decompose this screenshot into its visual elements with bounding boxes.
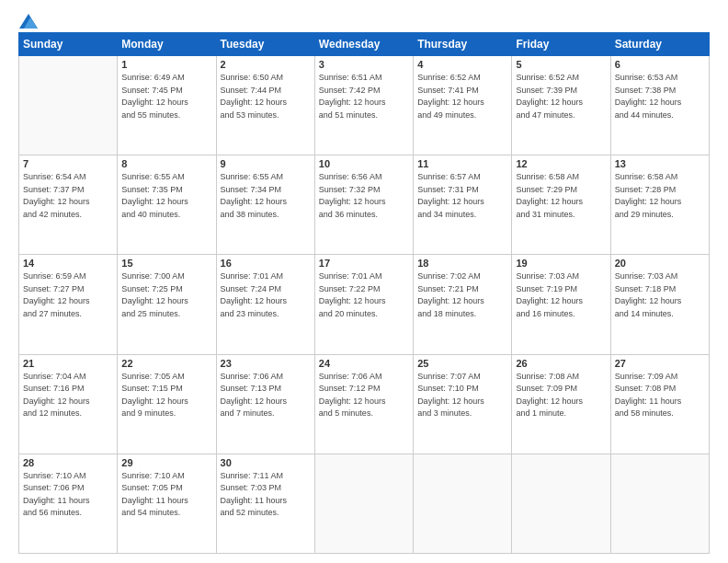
day-number: 16 [221,258,311,269]
weekday-header-wednesday: Wednesday [314,33,413,56]
calendar-cell: 15Sunrise: 7:00 AM Sunset: 7:25 PM Dayli… [118,255,216,354]
day-number: 17 [319,258,409,269]
day-number: 30 [221,457,311,468]
calendar-cell [512,454,610,553]
calendar-cell: 16Sunrise: 7:01 AM Sunset: 7:24 PM Dayli… [216,255,314,354]
day-info: Sunrise: 7:11 AM Sunset: 7:03 PM Dayligh… [221,470,311,520]
calendar-week-1: 1Sunrise: 6:49 AM Sunset: 7:45 PM Daylig… [19,56,710,155]
day-info: Sunrise: 7:08 AM Sunset: 7:09 PM Dayligh… [516,371,606,420]
day-info: Sunrise: 7:07 AM Sunset: 7:10 PM Dayligh… [417,371,507,420]
calendar-cell: 20Sunrise: 7:03 AM Sunset: 7:18 PM Dayli… [610,255,709,354]
day-number: 24 [319,358,409,369]
day-number: 7 [23,158,113,169]
day-number: 20 [615,258,705,269]
weekday-header-thursday: Thursday [414,33,512,56]
calendar-cell: 26Sunrise: 7:08 AM Sunset: 7:09 PM Dayli… [512,354,610,454]
calendar-cell [19,56,118,155]
day-number: 12 [516,158,606,169]
day-number: 28 [23,457,113,468]
calendar-cell: 10Sunrise: 6:56 AM Sunset: 7:32 PM Dayli… [314,155,413,255]
day-info: Sunrise: 7:00 AM Sunset: 7:25 PM Dayligh… [121,270,211,320]
calendar-cell: 8Sunrise: 6:55 AM Sunset: 7:35 PM Daylig… [118,155,216,255]
weekday-header-row: SundayMondayTuesdayWednesdayThursdayFrid… [19,33,710,56]
day-number: 15 [121,258,211,269]
day-number: 25 [417,358,507,369]
calendar-cell: 30Sunrise: 7:11 AM Sunset: 7:03 PM Dayli… [216,454,314,553]
day-info: Sunrise: 6:53 AM Sunset: 7:38 PM Dayligh… [615,72,705,121]
day-info: Sunrise: 7:06 AM Sunset: 7:13 PM Dayligh… [221,371,311,420]
logo-icon [19,14,38,29]
weekday-header-friday: Friday [512,33,610,56]
day-info: Sunrise: 6:52 AM Sunset: 7:41 PM Dayligh… [417,72,507,121]
day-info: Sunrise: 6:55 AM Sunset: 7:34 PM Dayligh… [221,171,311,221]
calendar-cell: 19Sunrise: 7:03 AM Sunset: 7:19 PM Dayli… [512,255,610,354]
day-info: Sunrise: 7:03 AM Sunset: 7:18 PM Dayligh… [615,270,705,320]
calendar-cell: 29Sunrise: 7:10 AM Sunset: 7:05 PM Dayli… [118,454,216,553]
day-info: Sunrise: 6:49 AM Sunset: 7:45 PM Dayligh… [121,72,211,121]
weekday-header-saturday: Saturday [610,33,709,56]
day-number: 29 [121,457,211,468]
calendar-cell [314,454,413,553]
calendar-cell [610,454,709,553]
day-number: 3 [319,59,409,70]
calendar-week-2: 7Sunrise: 6:54 AM Sunset: 7:37 PM Daylig… [19,155,710,255]
day-number: 8 [121,158,211,169]
day-info: Sunrise: 6:50 AM Sunset: 7:44 PM Dayligh… [221,72,311,121]
calendar-cell: 24Sunrise: 7:06 AM Sunset: 7:12 PM Dayli… [314,354,413,454]
day-info: Sunrise: 6:59 AM Sunset: 7:27 PM Dayligh… [23,270,113,320]
day-info: Sunrise: 6:58 AM Sunset: 7:29 PM Dayligh… [516,171,606,221]
weekday-header-sunday: Sunday [19,33,118,56]
day-info: Sunrise: 7:02 AM Sunset: 7:21 PM Dayligh… [417,270,507,320]
calendar-cell: 21Sunrise: 7:04 AM Sunset: 7:16 PM Dayli… [19,354,118,454]
calendar-cell: 12Sunrise: 6:58 AM Sunset: 7:29 PM Dayli… [512,155,610,255]
logo [18,14,38,25]
day-number: 9 [221,158,311,169]
day-info: Sunrise: 7:06 AM Sunset: 7:12 PM Dayligh… [319,371,409,420]
page: SundayMondayTuesdayWednesdayThursdayFrid… [0,0,728,563]
day-info: Sunrise: 6:52 AM Sunset: 7:39 PM Dayligh… [516,72,606,121]
day-number: 1 [121,59,211,70]
day-number: 14 [23,258,113,269]
calendar-cell: 4Sunrise: 6:52 AM Sunset: 7:41 PM Daylig… [414,56,512,155]
day-info: Sunrise: 7:03 AM Sunset: 7:19 PM Dayligh… [516,270,606,320]
day-number: 27 [615,358,705,369]
day-info: Sunrise: 7:09 AM Sunset: 7:08 PM Dayligh… [615,371,705,420]
day-info: Sunrise: 7:01 AM Sunset: 7:22 PM Dayligh… [319,270,409,320]
calendar-cell: 18Sunrise: 7:02 AM Sunset: 7:21 PM Dayli… [414,255,512,354]
calendar-cell: 22Sunrise: 7:05 AM Sunset: 7:15 PM Dayli… [118,354,216,454]
day-number: 5 [516,59,606,70]
calendar-cell: 6Sunrise: 6:53 AM Sunset: 7:38 PM Daylig… [610,56,709,155]
day-number: 11 [417,158,507,169]
calendar-cell: 3Sunrise: 6:51 AM Sunset: 7:42 PM Daylig… [314,56,413,155]
day-info: Sunrise: 6:56 AM Sunset: 7:32 PM Dayligh… [319,171,409,221]
day-number: 26 [516,358,606,369]
day-number: 10 [319,158,409,169]
day-info: Sunrise: 6:55 AM Sunset: 7:35 PM Dayligh… [121,171,211,221]
calendar-table: SundayMondayTuesdayWednesdayThursdayFrid… [18,32,710,554]
day-number: 21 [23,358,113,369]
day-info: Sunrise: 6:58 AM Sunset: 7:28 PM Dayligh… [615,171,705,221]
calendar-cell: 11Sunrise: 6:57 AM Sunset: 7:31 PM Dayli… [414,155,512,255]
calendar-cell: 13Sunrise: 6:58 AM Sunset: 7:28 PM Dayli… [610,155,709,255]
calendar-cell: 25Sunrise: 7:07 AM Sunset: 7:10 PM Dayli… [414,354,512,454]
calendar-week-3: 14Sunrise: 6:59 AM Sunset: 7:27 PM Dayli… [19,255,710,354]
calendar-week-4: 21Sunrise: 7:04 AM Sunset: 7:16 PM Dayli… [19,354,710,454]
calendar-week-5: 28Sunrise: 7:10 AM Sunset: 7:06 PM Dayli… [19,454,710,553]
day-info: Sunrise: 6:57 AM Sunset: 7:31 PM Dayligh… [417,171,507,221]
calendar-cell: 14Sunrise: 6:59 AM Sunset: 7:27 PM Dayli… [19,255,118,354]
weekday-header-monday: Monday [118,33,216,56]
calendar-cell: 27Sunrise: 7:09 AM Sunset: 7:08 PM Dayli… [610,354,709,454]
day-number: 18 [417,258,507,269]
day-info: Sunrise: 7:01 AM Sunset: 7:24 PM Dayligh… [221,270,311,320]
day-info: Sunrise: 6:51 AM Sunset: 7:42 PM Dayligh… [319,72,409,121]
calendar-cell: 17Sunrise: 7:01 AM Sunset: 7:22 PM Dayli… [314,255,413,354]
day-number: 22 [121,358,211,369]
day-number: 6 [615,59,705,70]
header [18,14,710,25]
calendar-cell: 1Sunrise: 6:49 AM Sunset: 7:45 PM Daylig… [118,56,216,155]
calendar-cell: 28Sunrise: 7:10 AM Sunset: 7:06 PM Dayli… [19,454,118,553]
calendar-cell: 7Sunrise: 6:54 AM Sunset: 7:37 PM Daylig… [19,155,118,255]
day-number: 13 [615,158,705,169]
day-number: 23 [221,358,311,369]
day-info: Sunrise: 7:05 AM Sunset: 7:15 PM Dayligh… [121,371,211,420]
